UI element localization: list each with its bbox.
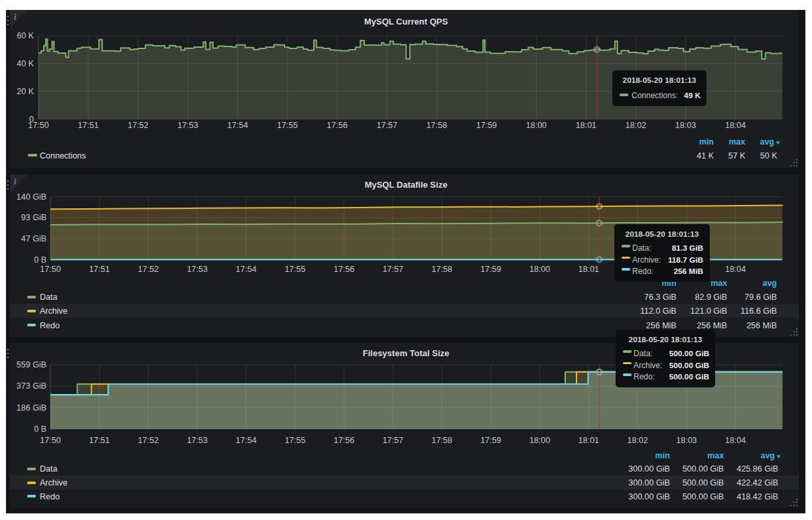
svg-text:186 GiB: 186 GiB xyxy=(17,403,46,413)
svg-text:18:00: 18:00 xyxy=(526,121,547,130)
svg-text:17:57: 17:57 xyxy=(383,436,403,445)
svg-text:47 GiB: 47 GiB xyxy=(21,234,46,243)
svg-text:0 B: 0 B xyxy=(34,255,46,265)
svg-text:18:02: 18:02 xyxy=(626,121,646,130)
svg-text:17:55: 17:55 xyxy=(285,265,305,274)
svg-text:0 B: 0 B xyxy=(34,424,46,434)
svg-text:17:53: 17:53 xyxy=(187,265,208,274)
svg-text:17:51: 17:51 xyxy=(78,121,98,130)
svg-text:17:51: 17:51 xyxy=(89,265,109,274)
svg-text:17:58: 17:58 xyxy=(427,121,447,130)
svg-text:17:52: 17:52 xyxy=(138,436,159,445)
svg-text:17:59: 17:59 xyxy=(480,436,501,445)
svg-text:60 K: 60 K xyxy=(17,31,34,40)
svg-text:40 K: 40 K xyxy=(17,59,34,68)
svg-text:17:52: 17:52 xyxy=(127,121,148,130)
svg-text:17:55: 17:55 xyxy=(277,121,298,130)
svg-text:17:55: 17:55 xyxy=(285,436,305,445)
svg-text:17:57: 17:57 xyxy=(377,121,397,130)
svg-text:20 K: 20 K xyxy=(17,87,34,96)
svg-text:140 GiB: 140 GiB xyxy=(17,192,46,202)
svg-text:17:56: 17:56 xyxy=(334,436,354,445)
svg-text:17:54: 17:54 xyxy=(228,121,248,130)
svg-text:93 GiB: 93 GiB xyxy=(21,213,46,222)
svg-text:17:58: 17:58 xyxy=(431,436,452,445)
svg-text:17:58: 17:58 xyxy=(431,265,452,274)
svg-text:17:59: 17:59 xyxy=(480,265,501,274)
svg-text:17:53: 17:53 xyxy=(187,436,208,445)
svg-text:18:01: 18:01 xyxy=(578,436,599,445)
svg-text:18:01: 18:01 xyxy=(578,265,599,274)
svg-text:17:53: 17:53 xyxy=(177,121,198,130)
svg-text:17:54: 17:54 xyxy=(236,265,256,274)
svg-text:17:50: 17:50 xyxy=(40,265,60,274)
svg-text:17:52: 17:52 xyxy=(138,265,159,274)
svg-text:17:59: 17:59 xyxy=(476,121,497,130)
svg-text:18:00: 18:00 xyxy=(529,265,550,274)
svg-text:17:50: 17:50 xyxy=(40,436,60,445)
svg-text:18:04: 18:04 xyxy=(725,121,746,130)
svg-text:17:50: 17:50 xyxy=(28,121,48,130)
svg-text:18:02: 18:02 xyxy=(627,436,647,445)
svg-text:17:56: 17:56 xyxy=(327,121,348,130)
svg-text:559 GiB: 559 GiB xyxy=(17,360,46,369)
svg-text:17:56: 17:56 xyxy=(334,265,354,274)
svg-text:18:04: 18:04 xyxy=(725,265,746,274)
svg-text:373 GiB: 373 GiB xyxy=(17,381,46,391)
svg-text:18:04: 18:04 xyxy=(725,436,746,445)
svg-text:17:51: 17:51 xyxy=(89,436,109,445)
svg-text:18:03: 18:03 xyxy=(676,436,697,445)
svg-text:18:03: 18:03 xyxy=(675,121,696,130)
svg-text:17:54: 17:54 xyxy=(236,436,256,445)
svg-text:18:00: 18:00 xyxy=(529,436,550,445)
svg-text:17:57: 17:57 xyxy=(383,265,403,274)
svg-text:18:01: 18:01 xyxy=(576,121,596,130)
